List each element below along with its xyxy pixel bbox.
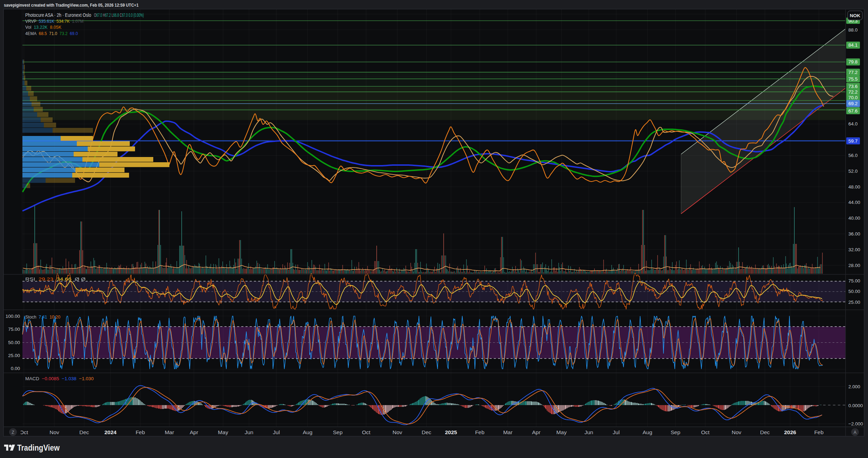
svg-text:Dec: Dec (760, 429, 770, 435)
svg-text:Jul: Jul (273, 429, 280, 435)
svg-text:88.0: 88.0 (848, 27, 857, 33)
svg-text:−2.000: −2.000 (848, 421, 863, 426)
svg-text:Jul: Jul (613, 429, 620, 435)
svg-text:Aug: Aug (642, 429, 652, 435)
svg-text:O67.0 H67.2 L66.8 C67.0 0.0 (0: O67.0 H67.2 L66.8 C67.0 0.0 (0.00%) (94, 12, 144, 18)
svg-text:2.000: 2.000 (848, 384, 860, 389)
svg-text:Photocure ASA · 2h · Euronext: Photocure ASA · 2h · Euronext Oslo (25, 12, 91, 18)
svg-text:52.0: 52.0 (848, 169, 857, 174)
svg-text:Z: Z (12, 430, 14, 435)
svg-text:2026: 2026 (784, 429, 796, 435)
svg-text:28.00: 28.00 (848, 263, 860, 268)
svg-text:44.00: 44.00 (848, 200, 860, 205)
svg-text:64.0: 64.0 (848, 121, 857, 127)
svg-text:Apr: Apr (190, 429, 198, 435)
svg-text:75.5: 75.5 (848, 76, 857, 82)
svg-text:32.00: 32.00 (848, 247, 860, 252)
svg-text:48.00: 48.00 (848, 184, 860, 190)
svg-text:VRVP 535.61K 534.7K 1.07M: VRVP 535.61K 534.7K 1.07M (25, 19, 83, 24)
svg-text:0.00: 0.00 (11, 366, 20, 371)
svg-text:Oct: Oct (20, 429, 28, 435)
svg-text:RSI 29.23 34.66 Ø Ø: RSI 29.23 34.66 Ø Ø (25, 276, 86, 282)
svg-text:A: A (854, 430, 856, 435)
svg-text:Feb: Feb (136, 429, 145, 435)
svg-text:50.00: 50.00 (8, 340, 20, 345)
svg-text:77.2: 77.2 (848, 70, 857, 75)
svg-text:70.0: 70.0 (848, 95, 857, 100)
svg-text:69.2: 69.2 (848, 101, 857, 106)
svg-text:67.6: 67.6 (848, 108, 857, 114)
svg-text:75.00: 75.00 (8, 327, 20, 332)
svg-text:4EMA 68.5 71.0 73.2 69.0: 4EMA 68.5 71.0 73.2 69.0 (25, 31, 78, 36)
svg-text:40.00: 40.00 (848, 216, 860, 221)
svg-text:84.1: 84.1 (848, 42, 857, 48)
svg-text:savepiginvest created with Tra: savepiginvest created with TradingView.c… (4, 2, 139, 8)
svg-text:NOK: NOK (850, 13, 860, 18)
svg-text:72.2: 72.2 (848, 89, 857, 95)
svg-text:Oct: Oct (701, 429, 710, 435)
svg-text:Nov: Nov (732, 429, 741, 435)
svg-text:75.00: 75.00 (848, 278, 860, 283)
svg-text:2024: 2024 (105, 429, 117, 435)
svg-text:Nov: Nov (49, 429, 59, 435)
svg-text:Sep: Sep (333, 429, 343, 435)
svg-text:Feb: Feb (814, 429, 824, 435)
svg-text:Sep: Sep (671, 429, 680, 435)
svg-text:56.0: 56.0 (848, 153, 857, 158)
svg-text:36.00: 36.00 (848, 231, 860, 237)
svg-text:Feb: Feb (475, 429, 485, 435)
svg-text:May: May (556, 429, 567, 435)
svg-text:2025: 2025 (445, 429, 457, 435)
svg-text:Mar: Mar (165, 429, 174, 435)
svg-text:59.7: 59.7 (848, 138, 857, 144)
svg-text:25.00: 25.00 (8, 353, 20, 358)
svg-text:Oct: Oct (362, 429, 371, 435)
svg-text:Stoch 7.41 10.20: Stoch 7.41 10.20 (25, 314, 60, 320)
svg-text:79.8: 79.8 (848, 59, 857, 64)
svg-text:May: May (218, 429, 228, 435)
svg-text:MACD −0.0085 −1.038 −1.030: MACD −0.0085 −1.038 −1.030 (25, 376, 94, 381)
svg-text:Dec: Dec (422, 429, 431, 435)
svg-text:Apr: Apr (532, 429, 540, 435)
svg-text:Nov: Nov (392, 429, 402, 435)
svg-text:0.0000: 0.0000 (848, 403, 863, 408)
svg-text:Aug: Aug (303, 429, 312, 435)
svg-text:Dec: Dec (79, 429, 89, 435)
svg-text:Jun: Jun (245, 429, 254, 435)
svg-text:Jun: Jun (585, 429, 593, 435)
svg-text:Vol 13.22K 8.05K: Vol 13.22K 8.05K (25, 25, 61, 30)
svg-text:73.6: 73.6 (848, 84, 857, 89)
svg-text:25.00: 25.00 (848, 300, 860, 305)
svg-text:Mar: Mar (503, 429, 513, 435)
svg-text:100.00: 100.00 (6, 314, 20, 319)
svg-text:50.00: 50.00 (848, 289, 860, 294)
svg-text:TradingView: TradingView (17, 443, 60, 452)
